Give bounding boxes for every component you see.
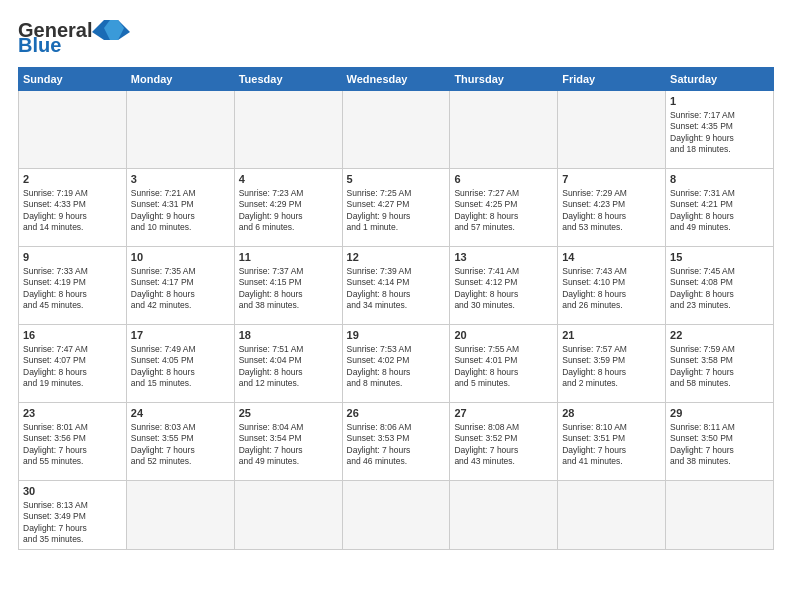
calendar-cell xyxy=(666,481,774,550)
calendar-cell xyxy=(450,91,558,169)
calendar-cell: 26Sunrise: 8:06 AM Sunset: 3:53 PM Dayli… xyxy=(342,403,450,481)
day-info: Sunrise: 7:21 AM Sunset: 4:31 PM Dayligh… xyxy=(131,188,230,234)
calendar-cell: 5Sunrise: 7:25 AM Sunset: 4:27 PM Daylig… xyxy=(342,169,450,247)
day-info: Sunrise: 8:01 AM Sunset: 3:56 PM Dayligh… xyxy=(23,422,122,468)
day-number: 29 xyxy=(670,406,769,421)
day-info: Sunrise: 7:41 AM Sunset: 4:12 PM Dayligh… xyxy=(454,266,553,312)
day-info: Sunrise: 7:19 AM Sunset: 4:33 PM Dayligh… xyxy=(23,188,122,234)
day-number: 10 xyxy=(131,250,230,265)
day-info: Sunrise: 7:51 AM Sunset: 4:04 PM Dayligh… xyxy=(239,344,338,390)
day-info: Sunrise: 7:55 AM Sunset: 4:01 PM Dayligh… xyxy=(454,344,553,390)
day-number: 28 xyxy=(562,406,661,421)
logo: General Blue xyxy=(18,18,130,57)
calendar-cell: 29Sunrise: 8:11 AM Sunset: 3:50 PM Dayli… xyxy=(666,403,774,481)
day-info: Sunrise: 8:06 AM Sunset: 3:53 PM Dayligh… xyxy=(347,422,446,468)
calendar-cell: 4Sunrise: 7:23 AM Sunset: 4:29 PM Daylig… xyxy=(234,169,342,247)
calendar-week-1: 1Sunrise: 7:17 AM Sunset: 4:35 PM Daylig… xyxy=(19,91,774,169)
day-number: 12 xyxy=(347,250,446,265)
calendar-cell: 16Sunrise: 7:47 AM Sunset: 4:07 PM Dayli… xyxy=(19,325,127,403)
day-info: Sunrise: 8:03 AM Sunset: 3:55 PM Dayligh… xyxy=(131,422,230,468)
day-of-week-saturday: Saturday xyxy=(666,68,774,91)
day-info: Sunrise: 7:17 AM Sunset: 4:35 PM Dayligh… xyxy=(670,110,769,156)
day-number: 20 xyxy=(454,328,553,343)
day-number: 6 xyxy=(454,172,553,187)
calendar-cell: 3Sunrise: 7:21 AM Sunset: 4:31 PM Daylig… xyxy=(126,169,234,247)
day-info: Sunrise: 7:39 AM Sunset: 4:14 PM Dayligh… xyxy=(347,266,446,312)
calendar-cell xyxy=(234,91,342,169)
day-info: Sunrise: 7:31 AM Sunset: 4:21 PM Dayligh… xyxy=(670,188,769,234)
calendar-cell: 23Sunrise: 8:01 AM Sunset: 3:56 PM Dayli… xyxy=(19,403,127,481)
day-number: 24 xyxy=(131,406,230,421)
day-info: Sunrise: 7:35 AM Sunset: 4:17 PM Dayligh… xyxy=(131,266,230,312)
day-number: 2 xyxy=(23,172,122,187)
calendar-cell: 2Sunrise: 7:19 AM Sunset: 4:33 PM Daylig… xyxy=(19,169,127,247)
calendar-cell: 14Sunrise: 7:43 AM Sunset: 4:10 PM Dayli… xyxy=(558,247,666,325)
calendar-cell: 10Sunrise: 7:35 AM Sunset: 4:17 PM Dayli… xyxy=(126,247,234,325)
calendar-cell: 21Sunrise: 7:57 AM Sunset: 3:59 PM Dayli… xyxy=(558,325,666,403)
day-info: Sunrise: 7:43 AM Sunset: 4:10 PM Dayligh… xyxy=(562,266,661,312)
day-number: 13 xyxy=(454,250,553,265)
day-info: Sunrise: 8:04 AM Sunset: 3:54 PM Dayligh… xyxy=(239,422,338,468)
day-info: Sunrise: 7:53 AM Sunset: 4:02 PM Dayligh… xyxy=(347,344,446,390)
day-info: Sunrise: 7:57 AM Sunset: 3:59 PM Dayligh… xyxy=(562,344,661,390)
day-info: Sunrise: 7:45 AM Sunset: 4:08 PM Dayligh… xyxy=(670,266,769,312)
day-number: 25 xyxy=(239,406,338,421)
calendar-header-row: SundayMondayTuesdayWednesdayThursdayFrid… xyxy=(19,68,774,91)
calendar-cell: 19Sunrise: 7:53 AM Sunset: 4:02 PM Dayli… xyxy=(342,325,450,403)
day-of-week-thursday: Thursday xyxy=(450,68,558,91)
day-info: Sunrise: 7:47 AM Sunset: 4:07 PM Dayligh… xyxy=(23,344,122,390)
day-info: Sunrise: 7:27 AM Sunset: 4:25 PM Dayligh… xyxy=(454,188,553,234)
calendar-cell: 27Sunrise: 8:08 AM Sunset: 3:52 PM Dayli… xyxy=(450,403,558,481)
calendar-cell: 24Sunrise: 8:03 AM Sunset: 3:55 PM Dayli… xyxy=(126,403,234,481)
calendar-week-5: 23Sunrise: 8:01 AM Sunset: 3:56 PM Dayli… xyxy=(19,403,774,481)
day-info: Sunrise: 7:25 AM Sunset: 4:27 PM Dayligh… xyxy=(347,188,446,234)
day-number: 11 xyxy=(239,250,338,265)
day-number: 16 xyxy=(23,328,122,343)
calendar-cell: 30Sunrise: 8:13 AM Sunset: 3:49 PM Dayli… xyxy=(19,481,127,550)
day-number: 8 xyxy=(670,172,769,187)
calendar-cell xyxy=(558,91,666,169)
day-number: 18 xyxy=(239,328,338,343)
day-info: Sunrise: 7:33 AM Sunset: 4:19 PM Dayligh… xyxy=(23,266,122,312)
day-number: 22 xyxy=(670,328,769,343)
day-info: Sunrise: 8:08 AM Sunset: 3:52 PM Dayligh… xyxy=(454,422,553,468)
calendar-cell xyxy=(342,91,450,169)
calendar-cell: 9Sunrise: 7:33 AM Sunset: 4:19 PM Daylig… xyxy=(19,247,127,325)
day-number: 4 xyxy=(239,172,338,187)
calendar-cell: 8Sunrise: 7:31 AM Sunset: 4:21 PM Daylig… xyxy=(666,169,774,247)
day-info: Sunrise: 8:13 AM Sunset: 3:49 PM Dayligh… xyxy=(23,500,122,546)
day-number: 5 xyxy=(347,172,446,187)
day-info: Sunrise: 7:59 AM Sunset: 3:58 PM Dayligh… xyxy=(670,344,769,390)
day-info: Sunrise: 7:23 AM Sunset: 4:29 PM Dayligh… xyxy=(239,188,338,234)
calendar-cell xyxy=(234,481,342,550)
calendar-cell: 11Sunrise: 7:37 AM Sunset: 4:15 PM Dayli… xyxy=(234,247,342,325)
day-info: Sunrise: 7:29 AM Sunset: 4:23 PM Dayligh… xyxy=(562,188,661,234)
calendar-cell: 25Sunrise: 8:04 AM Sunset: 3:54 PM Dayli… xyxy=(234,403,342,481)
day-number: 1 xyxy=(670,94,769,109)
calendar-cell: 6Sunrise: 7:27 AM Sunset: 4:25 PM Daylig… xyxy=(450,169,558,247)
day-number: 7 xyxy=(562,172,661,187)
calendar-cell xyxy=(450,481,558,550)
calendar-week-6: 30Sunrise: 8:13 AM Sunset: 3:49 PM Dayli… xyxy=(19,481,774,550)
calendar: SundayMondayTuesdayWednesdayThursdayFrid… xyxy=(18,67,774,550)
calendar-cell: 7Sunrise: 7:29 AM Sunset: 4:23 PM Daylig… xyxy=(558,169,666,247)
calendar-week-4: 16Sunrise: 7:47 AM Sunset: 4:07 PM Dayli… xyxy=(19,325,774,403)
logo-blue: Blue xyxy=(18,34,61,57)
day-number: 9 xyxy=(23,250,122,265)
calendar-cell: 22Sunrise: 7:59 AM Sunset: 3:58 PM Dayli… xyxy=(666,325,774,403)
day-of-week-wednesday: Wednesday xyxy=(342,68,450,91)
calendar-cell: 18Sunrise: 7:51 AM Sunset: 4:04 PM Dayli… xyxy=(234,325,342,403)
day-number: 14 xyxy=(562,250,661,265)
day-of-week-tuesday: Tuesday xyxy=(234,68,342,91)
day-info: Sunrise: 7:37 AM Sunset: 4:15 PM Dayligh… xyxy=(239,266,338,312)
calendar-cell xyxy=(342,481,450,550)
page-header: General Blue xyxy=(18,18,774,57)
day-number: 23 xyxy=(23,406,122,421)
calendar-cell: 13Sunrise: 7:41 AM Sunset: 4:12 PM Dayli… xyxy=(450,247,558,325)
day-number: 15 xyxy=(670,250,769,265)
calendar-cell: 28Sunrise: 8:10 AM Sunset: 3:51 PM Dayli… xyxy=(558,403,666,481)
calendar-week-3: 9Sunrise: 7:33 AM Sunset: 4:19 PM Daylig… xyxy=(19,247,774,325)
day-of-week-monday: Monday xyxy=(126,68,234,91)
logo-icon xyxy=(92,18,130,40)
calendar-cell: 17Sunrise: 7:49 AM Sunset: 4:05 PM Dayli… xyxy=(126,325,234,403)
